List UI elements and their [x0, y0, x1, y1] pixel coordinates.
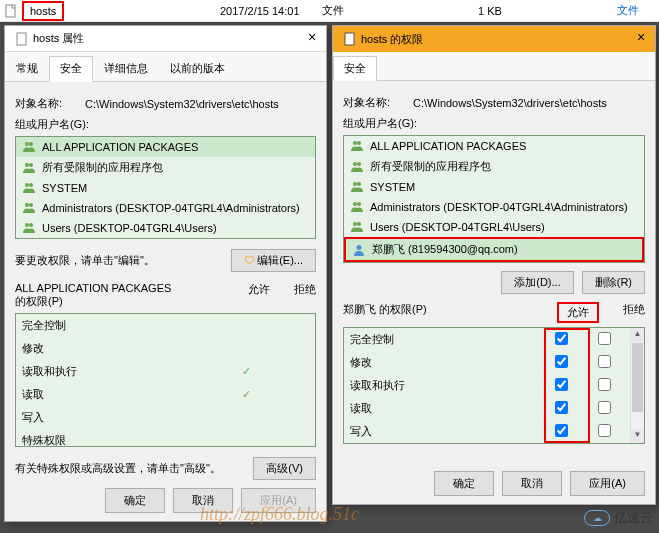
- deny-checkbox[interactable]: [598, 355, 611, 368]
- allow-col: 允许: [557, 302, 599, 323]
- svg-rect-12: [345, 33, 354, 45]
- svg-point-3: [29, 142, 33, 146]
- perm-name: 修改: [350, 355, 538, 370]
- allow-checkbox[interactable]: [555, 332, 568, 345]
- perm-name: 读取和执行: [350, 378, 538, 393]
- apply-button[interactable]: 应用(A): [241, 488, 316, 513]
- ok-button[interactable]: 确定: [434, 471, 494, 496]
- permission-row: 读取: [344, 397, 630, 420]
- explorer-file-row: hosts 2017/2/15 14:01 文件 1 KB 文件: [0, 0, 659, 22]
- perm-name: 写入: [22, 410, 223, 425]
- perm-name: 完全控制: [350, 332, 538, 347]
- perm-name: 读取: [22, 387, 223, 402]
- permissions-list: 完全控制 修改 读取和执行 读取 写入 ▲▼: [343, 327, 645, 444]
- group-item[interactable]: SYSTEM: [16, 178, 315, 198]
- allow-cell: [538, 424, 584, 439]
- tab-previous[interactable]: 以前的版本: [159, 56, 236, 81]
- file-icon: [343, 32, 357, 46]
- group-icon: [22, 201, 36, 215]
- group-name: SYSTEM: [42, 182, 87, 194]
- svg-point-6: [25, 183, 29, 187]
- titlebar[interactable]: hosts 的权限 ×: [333, 26, 655, 52]
- allow-checkbox[interactable]: [555, 424, 568, 437]
- group-item[interactable]: 所有受限制的应用程序包: [344, 156, 644, 177]
- group-item[interactable]: Users (DESKTOP-04TGRL4\Users): [16, 218, 315, 238]
- allow-checkbox[interactable]: [555, 355, 568, 368]
- advanced-hint: 有关特殊权限或高级设置，请单击"高级"。: [15, 461, 221, 476]
- deny-checkbox[interactable]: [598, 424, 611, 437]
- ok-button[interactable]: 确定: [105, 488, 165, 513]
- apply-button[interactable]: 应用(A): [570, 471, 645, 496]
- close-icon[interactable]: ×: [304, 30, 320, 46]
- deny-col: 拒绝: [623, 302, 645, 323]
- permission-row: 读取和执行: [344, 374, 630, 397]
- dialog-title: hosts 属性: [33, 31, 84, 46]
- object-label: 对象名称:: [343, 95, 413, 110]
- svg-point-9: [29, 203, 33, 207]
- permissions-list: 完全控制 修改 读取和执行 ✓ 读取 ✓ 写入 特殊权限: [15, 313, 316, 447]
- scroll-down-icon[interactable]: ▼: [631, 429, 644, 443]
- allow-cell: [538, 355, 584, 370]
- group-item[interactable]: Administrators (DESKTOP-04TGRL4\Administ…: [16, 198, 315, 218]
- tab-general[interactable]: 常规: [5, 56, 49, 81]
- deny-checkbox[interactable]: [598, 378, 611, 391]
- group-item[interactable]: Administrators (DESKTOP-04TGRL4\Administ…: [344, 197, 644, 217]
- file-icon: [15, 32, 29, 46]
- group-icon: [350, 220, 364, 234]
- group-icon: [350, 180, 364, 194]
- svg-point-20: [357, 202, 361, 206]
- allow-cell: [538, 378, 584, 393]
- group-list[interactable]: ALL APPLICATION PACKAGES所有受限制的应用程序包SYSTE…: [15, 136, 316, 239]
- group-item[interactable]: ALL APPLICATION PACKAGES: [16, 137, 315, 157]
- allow-cell: [538, 332, 584, 347]
- allow-check: ✓: [223, 365, 269, 378]
- group-name: ALL APPLICATION PACKAGES: [370, 140, 526, 152]
- allow-checkbox[interactable]: [555, 378, 568, 391]
- group-item[interactable]: ALL APPLICATION PACKAGES: [344, 136, 644, 156]
- titlebar[interactable]: hosts 属性 ×: [5, 26, 326, 52]
- allow-checkbox[interactable]: [555, 401, 568, 414]
- svg-rect-0: [6, 5, 15, 17]
- perm-name: 修改: [22, 341, 223, 356]
- scrollbar[interactable]: ▲▼: [630, 328, 644, 443]
- edit-hint: 要更改权限，请单击"编辑"。: [15, 253, 155, 268]
- permission-row: 写入: [16, 406, 315, 429]
- tab-details[interactable]: 详细信息: [93, 56, 159, 81]
- file-name[interactable]: hosts: [22, 1, 64, 21]
- perm-header: ALL APPLICATION PACKAGES 的权限(P): [15, 282, 171, 309]
- edit-button[interactable]: 🛡编辑(E)...: [231, 249, 316, 272]
- deny-checkbox[interactable]: [598, 332, 611, 345]
- permission-row: 完全控制: [16, 314, 315, 337]
- tab-security[interactable]: 安全: [49, 56, 93, 82]
- cancel-button[interactable]: 取消: [173, 488, 233, 513]
- cancel-button[interactable]: 取消: [502, 471, 562, 496]
- file-link[interactable]: 文件: [617, 3, 639, 18]
- svg-point-21: [353, 222, 357, 226]
- svg-point-18: [357, 182, 361, 186]
- scroll-up-icon[interactable]: ▲: [631, 328, 644, 342]
- svg-point-4: [25, 163, 29, 167]
- group-list[interactable]: ALL APPLICATION PACKAGES所有受限制的应用程序包SYSTE…: [343, 135, 645, 263]
- svg-point-2: [25, 142, 29, 146]
- close-icon[interactable]: ×: [633, 30, 649, 46]
- tabs: 安全: [333, 52, 655, 81]
- permission-row: 读取 ✓: [16, 383, 315, 406]
- remove-button[interactable]: 删除(R): [582, 271, 645, 294]
- group-item[interactable]: 郑鹏飞 (819594300@qq.com): [344, 237, 644, 262]
- group-item[interactable]: 所有受限制的应用程序包: [16, 157, 315, 178]
- group-item[interactable]: SYSTEM: [344, 177, 644, 197]
- svg-point-22: [357, 222, 361, 226]
- advanced-button[interactable]: 高级(V): [253, 457, 316, 480]
- group-icon: [22, 221, 36, 235]
- object-path: C:\Windows\System32\drivers\etc\hosts: [413, 97, 607, 109]
- object-path: C:\Windows\System32\drivers\etc\hosts: [85, 98, 279, 110]
- deny-col: 拒绝: [294, 282, 316, 309]
- tab-security[interactable]: 安全: [333, 56, 377, 81]
- group-item[interactable]: Users (DESKTOP-04TGRL4\Users): [344, 217, 644, 237]
- scroll-thumb[interactable]: [632, 343, 643, 412]
- perm-name: 完全控制: [22, 318, 223, 333]
- group-label: 组或用户名(G):: [343, 116, 645, 131]
- add-button[interactable]: 添加(D)...: [501, 271, 573, 294]
- svg-point-14: [357, 141, 361, 145]
- deny-checkbox[interactable]: [598, 401, 611, 414]
